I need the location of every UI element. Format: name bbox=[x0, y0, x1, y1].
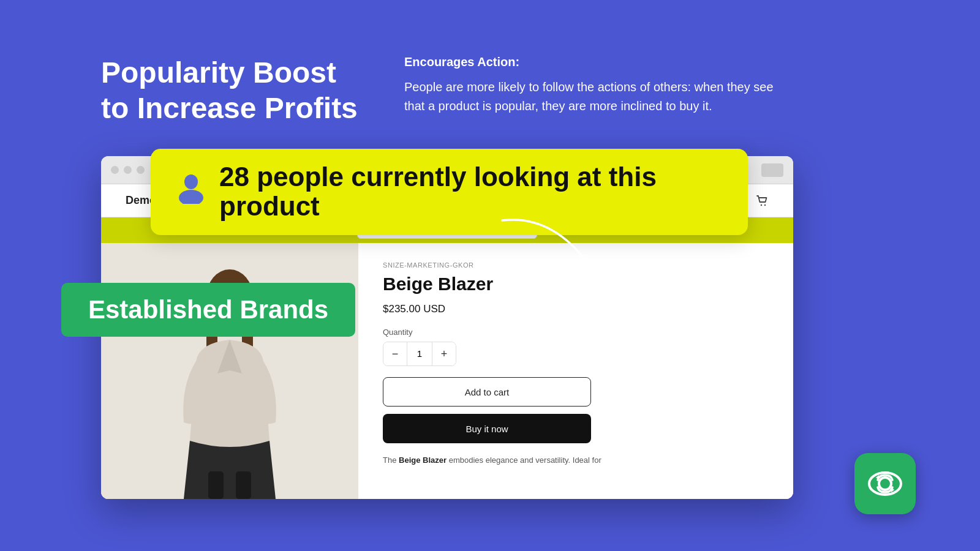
cart-icon[interactable] bbox=[755, 194, 769, 208]
quantity-control: − 1 + bbox=[383, 342, 456, 366]
svg-point-16 bbox=[879, 478, 891, 490]
product-desc-bold: Beige Blazer bbox=[399, 455, 447, 465]
established-brands-text: Established Brands bbox=[88, 295, 328, 324]
buy-now-button[interactable]: Buy it now bbox=[383, 414, 591, 443]
product-price: $235.00 USD bbox=[383, 303, 769, 315]
svg-rect-14 bbox=[236, 471, 251, 499]
banner-text: 28 people currently looking at this prod… bbox=[219, 162, 723, 222]
headline-section: Popularity Boost to Increase Profits bbox=[101, 55, 364, 126]
established-brands-badge: Established Brands bbox=[61, 283, 355, 337]
svg-point-1 bbox=[179, 190, 203, 204]
product-area: SNIZE-MARKETING-GKOR Beige Blazer $235.0… bbox=[101, 243, 793, 499]
svg-point-6 bbox=[764, 204, 766, 205]
quantity-increase-button[interactable]: + bbox=[432, 342, 456, 365]
quantity-value: 1 bbox=[407, 342, 432, 365]
quantity-decrease-button[interactable]: − bbox=[383, 342, 407, 365]
quantity-label: Quantity bbox=[383, 328, 769, 337]
product-image-area bbox=[101, 243, 358, 499]
browser-dot-red bbox=[111, 166, 119, 174]
app-icon-svg bbox=[865, 464, 905, 503]
encourages-body: People are more likely to follow the act… bbox=[404, 78, 784, 116]
arrow-decoration bbox=[490, 208, 600, 284]
browser-dot-green bbox=[137, 166, 145, 174]
product-description: The Beige Blazer embodies elegance and v… bbox=[383, 454, 769, 467]
right-text-section: Encourages Action: People are more likel… bbox=[404, 55, 784, 116]
add-to-cart-button[interactable]: Add to cart bbox=[383, 377, 591, 407]
encourages-label: Encourages Action: bbox=[404, 55, 784, 69]
svg-marker-2 bbox=[581, 260, 591, 274]
snize-app-icon[interactable] bbox=[854, 453, 916, 514]
svg-point-5 bbox=[761, 204, 762, 205]
browser-button bbox=[761, 163, 783, 177]
big-yellow-banner: 28 people currently looking at this prod… bbox=[151, 149, 748, 235]
headline-text: Popularity Boost to Increase Profits bbox=[101, 55, 364, 126]
person-icon bbox=[175, 172, 207, 211]
browser-dot-yellow bbox=[124, 166, 132, 174]
svg-point-0 bbox=[184, 174, 198, 189]
svg-rect-13 bbox=[208, 471, 224, 499]
